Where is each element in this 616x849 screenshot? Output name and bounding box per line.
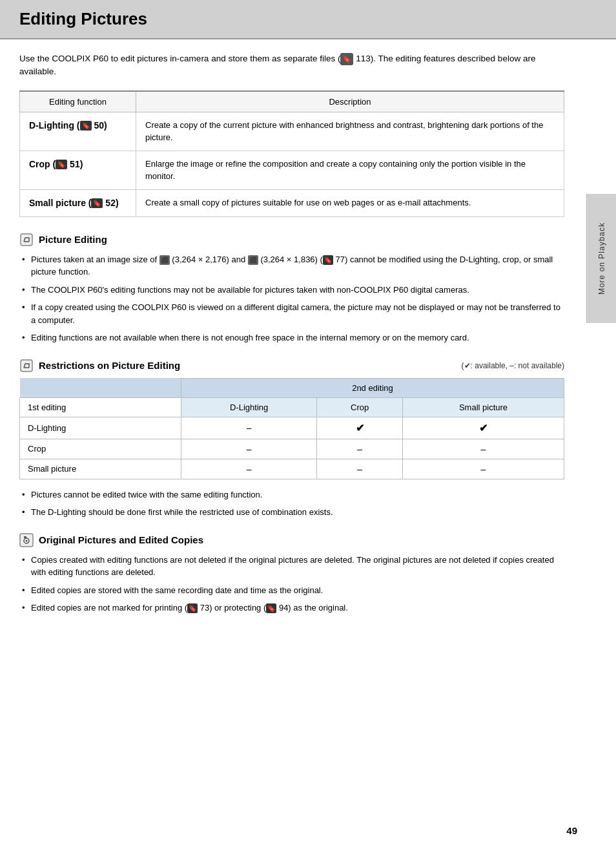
icon-ref-51: 🔖 <box>56 160 67 169</box>
cell-small-crop: – <box>317 459 403 479</box>
bullet-item: If a copy created using the COOLPIX P60 … <box>19 301 564 326</box>
function-small-picture: Small picture (🔖 52) <box>20 189 136 216</box>
cell-d-crop: ✔ <box>317 417 403 439</box>
table-row: D-Lighting – ✔ ✔ <box>20 417 564 439</box>
description-d-lighting: Create a copy of the current picture wit… <box>136 112 564 151</box>
description-crop: Enlarge the image or refine the composit… <box>136 151 564 189</box>
table-row: Small picture – – – <box>20 459 564 479</box>
side-tab: More on Playback <box>586 194 616 323</box>
pencil-icon <box>19 233 34 247</box>
bullet-item: Edited copies are not marked for printin… <box>19 602 564 614</box>
bullet-item: The D-Lighting should be done first whil… <box>19 506 564 519</box>
size-icon-2: ⬛ <box>248 255 258 265</box>
first-col-header <box>20 378 181 397</box>
restrictions-title: Restrictions on Picture Editing <box>39 360 180 371</box>
function-crop: Crop (🔖 51) <box>20 151 136 189</box>
row-label-crop: Crop <box>20 439 181 459</box>
cell-d-d: – <box>181 417 316 439</box>
table-header-row-sub: 1st editing D-Lighting Crop Small pictur… <box>20 397 564 417</box>
editing-table: Editing function Description D-Lighting … <box>19 90 564 217</box>
bullet-item: Pictures cannot be edited twice with the… <box>19 488 564 501</box>
table-row: D-Lighting (🔖 50) Create a copy of the c… <box>20 112 564 151</box>
table-header-row-top: 2nd editing <box>20 378 564 397</box>
header-bar: Editing Pictures <box>0 0 616 39</box>
restrictions-header: Restrictions on Picture Editing (✔: avai… <box>19 359 564 373</box>
restrictions-section: Restrictions on Picture Editing (✔: avai… <box>19 359 564 519</box>
icon-ref-73: 🔖 <box>187 603 198 613</box>
side-tab-label: More on Playback <box>597 222 606 295</box>
icon-ref-52: 🔖 <box>91 198 103 208</box>
cell-crop-d: – <box>181 439 316 459</box>
restrictions-heading-container: Restrictions on Picture Editing <box>19 359 180 373</box>
bullet-item: Copies created with editing functions ar… <box>19 554 564 579</box>
col-small-picture: Small picture <box>403 397 564 417</box>
original-pictures-title: Original Pictures and Edited Copies <box>39 534 203 545</box>
cell-small-small: – <box>403 459 564 479</box>
cell-small-d: – <box>181 459 316 479</box>
svg-rect-6 <box>24 536 26 538</box>
pencil-icon-2 <box>19 359 34 373</box>
restrictions-legend: (✔: available, –: not available) <box>462 361 564 370</box>
table-row: Crop – – – <box>20 439 564 459</box>
main-content: Use the COOLPIX P60 to edit pictures in-… <box>0 39 584 636</box>
camera-icon <box>19 533 34 547</box>
svg-point-7 <box>26 540 28 541</box>
bullet-item: The COOLPIX P60's editing functions may … <box>19 284 564 297</box>
picture-editing-bullets: Pictures taken at an image size of ⬛ (3,… <box>19 253 564 344</box>
picture-editing-title: Picture Editing <box>39 234 107 245</box>
icon-ref-50: 🔖 <box>80 121 92 131</box>
intro-text: Use the COOLPIX P60 to edit pictures in-… <box>19 52 564 79</box>
original-pictures-bullets: Copies created with editing functions ar… <box>19 554 564 614</box>
function-d-lighting: D-Lighting (🔖 50) <box>20 112 136 151</box>
col-d-lighting: D-Lighting <box>181 397 316 417</box>
restrictions-table: 2nd editing 1st editing D-Lighting Crop … <box>19 378 564 479</box>
description-small-picture: Create a small copy of pictures suitable… <box>136 189 564 216</box>
col-header-function: Editing function <box>20 91 136 112</box>
col-crop: Crop <box>317 397 403 417</box>
cell-crop-small: – <box>403 439 564 459</box>
table-row: Crop (🔖 51) Enlarge the image or refine … <box>20 151 564 189</box>
table-row: Small picture (🔖 52) Create a small copy… <box>20 189 564 216</box>
row-label-small-picture: Small picture <box>20 459 181 479</box>
svg-rect-0 <box>21 234 32 246</box>
page-container: Editing Pictures More on Playback Use th… <box>0 0 616 849</box>
bullet-item: Edited copies are stored with the same r… <box>19 584 564 597</box>
cell-crop-crop: – <box>317 439 403 459</box>
original-pictures-heading-container: Original Pictures and Edited Copies <box>19 533 564 547</box>
icon-ref-77: 🔖 <box>323 255 333 265</box>
restrictions-bullets: Pictures cannot be edited twice with the… <box>19 488 564 519</box>
size-icon-1: ⬛ <box>159 255 170 265</box>
col-header-description: Description <box>136 91 564 112</box>
page-number: 49 <box>566 825 577 836</box>
picture-editing-heading-container: Picture Editing <box>19 233 564 247</box>
row-label-d-lighting: D-Lighting <box>20 417 181 439</box>
svg-rect-2 <box>21 360 32 372</box>
bullet-item: Editing functions are not available when… <box>19 331 564 344</box>
second-editing-header: 2nd editing <box>181 378 564 397</box>
page-title: Editing Pictures <box>19 9 597 29</box>
first-editing-header: 1st editing <box>20 397 181 417</box>
cell-d-small: ✔ <box>403 417 564 439</box>
icon-ref-94: 🔖 <box>266 603 276 613</box>
ref-icon-113: 🔖 <box>340 53 353 65</box>
bullet-item: Pictures taken at an image size of ⬛ (3,… <box>19 253 564 278</box>
